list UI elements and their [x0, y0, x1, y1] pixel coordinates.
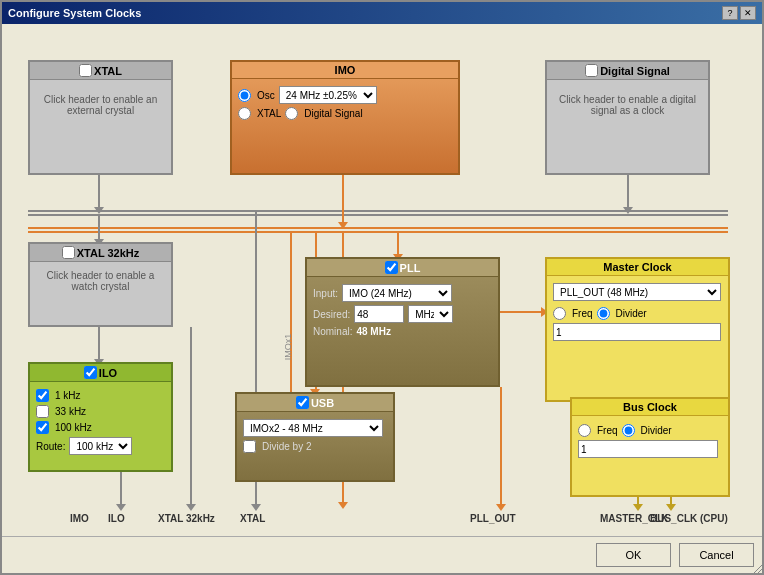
master-clock-header: Master Clock: [547, 259, 728, 276]
master-clock-block: Master Clock PLL_OUT (48 MHz) Freq Divid…: [545, 257, 730, 402]
xtal32-out-arrow: [186, 504, 196, 511]
master-clock-body: PLL_OUT (48 MHz) Freq Divider: [547, 276, 728, 348]
master-divider-row: [553, 323, 722, 341]
xtal32-block: XTAL 32kHz Click header to enable a watc…: [28, 242, 173, 327]
imo-bus-h1: [28, 227, 728, 229]
xtal32-bottom-label: XTAL 32kHz: [158, 513, 215, 524]
master-divider-radio[interactable]: [597, 307, 610, 320]
xtal32-out-vline: [190, 327, 192, 507]
bus-line-h2: [28, 214, 728, 216]
xtal-header-label: XTAL: [94, 65, 122, 77]
pllout-bottom-label: PLL_OUT: [470, 513, 516, 524]
master-source-select[interactable]: PLL_OUT (48 MHz): [553, 283, 721, 301]
xtal-out-arrow: [251, 504, 261, 511]
bus-mode-row: Freq Divider: [578, 424, 722, 437]
title-bar: Configure System Clocks ? ✕: [2, 2, 762, 24]
ds-block-header: Digital Signal: [547, 62, 708, 80]
usb-divide-label: Divide by 2: [262, 441, 311, 452]
imo-arrow: [338, 222, 348, 229]
ilo-header-label: ILO: [99, 367, 117, 379]
master-divider-input[interactable]: [553, 323, 721, 341]
pllout-vline: [500, 387, 502, 507]
ok-button[interactable]: OK: [596, 543, 671, 567]
imo-osc-radio[interactable]: [238, 89, 251, 102]
pll-enable-checkbox[interactable]: [385, 261, 398, 274]
xtal32-enable-checkbox[interactable]: [62, 246, 75, 259]
ds-block-body: Click header to enable a digital signal …: [547, 80, 708, 120]
bus-freq-radio[interactable]: [578, 424, 591, 437]
master-source-row: PLL_OUT (48 MHz): [553, 283, 722, 301]
imo-osc-label: Osc: [257, 90, 275, 101]
bus-clk-out-arrow: [666, 504, 676, 511]
ilo-out-vline: [120, 472, 122, 507]
digital-signal-block: Digital Signal Click header to enable a …: [545, 60, 710, 175]
ds-enable-checkbox[interactable]: [585, 64, 598, 77]
ds-header-label: Digital Signal: [600, 65, 670, 77]
xtal32-block-body: Click header to enable a watch crystal: [30, 262, 171, 296]
imo-out-arrow: [338, 502, 348, 509]
resize-grip[interactable]: [750, 561, 762, 573]
bus-clock-header: Bus Clock: [572, 399, 728, 416]
usb-divide-checkbox[interactable]: [243, 440, 256, 453]
ilo-33k-checkbox[interactable]: [36, 405, 49, 418]
ilo-1k-checkbox[interactable]: [36, 389, 49, 402]
imo-ds-label: Digital Signal: [304, 108, 362, 119]
ilo-out-arrow: [116, 504, 126, 511]
master-freq-label: Freq: [572, 308, 593, 319]
imo-vline: [342, 175, 344, 227]
imo-xtal-radio[interactable]: [238, 107, 251, 120]
xtal-block: XTAL Click header to enable an external …: [28, 60, 173, 175]
imo-block-header: IMO: [232, 62, 458, 79]
pllout-arrow: [496, 504, 506, 511]
master-freq-radio[interactable]: [553, 307, 566, 320]
ilo-enable-checkbox[interactable]: [84, 366, 97, 379]
usb-header-label: USB: [311, 397, 334, 409]
xtal32-block-header: XTAL 32kHz: [30, 244, 171, 262]
svg-line-0: [754, 565, 762, 573]
master-divider-label: Divider: [616, 308, 647, 319]
xtal-block-body: Click header to enable an external cryst…: [30, 80, 171, 120]
ds-arrow: [623, 207, 633, 214]
imo-xtal-label: XTAL: [257, 108, 281, 119]
imo-ds-radio[interactable]: [285, 107, 298, 120]
pll-desired-input[interactable]: [354, 305, 404, 323]
footer: OK Cancel: [2, 536, 762, 573]
imox1-vline: [290, 231, 292, 392]
dialog-title: Configure System Clocks: [8, 7, 141, 19]
usb-divide-row: Divide by 2: [243, 440, 387, 453]
pll-output-hline: [500, 311, 545, 313]
ds-vline: [627, 175, 629, 210]
close-button[interactable]: ✕: [740, 6, 756, 20]
pll-nominal-row: Nominal: 48 MHz: [313, 326, 492, 337]
cancel-button[interactable]: Cancel: [679, 543, 754, 567]
ilo-33k-row: 33 kHz: [36, 405, 165, 418]
pll-nominal-value: 48 MHz: [356, 326, 390, 337]
bus-divider-input[interactable]: [578, 440, 718, 458]
pll-block-body: Input: IMO (24 MHz) Desired: MHz kHz: [307, 277, 498, 344]
xtal-vline: [98, 175, 100, 210]
ilo-100k-checkbox[interactable]: [36, 421, 49, 434]
pll-unit-select[interactable]: MHz kHz: [408, 305, 453, 323]
xtal32-header-label: XTAL 32kHz: [77, 247, 140, 259]
usb-enable-checkbox[interactable]: [296, 396, 309, 409]
usb-source-select[interactable]: IMOx2 - 48 MHz: [243, 419, 383, 437]
bus-freq-label: Freq: [597, 425, 618, 436]
imox1-label: IMOx1: [283, 334, 293, 361]
imo-osc-row: Osc 24 MHz ±0.25% 12 MHz ±0.25% 48 MHz ±…: [238, 86, 452, 104]
pll-desired-label: Desired:: [313, 309, 350, 320]
ilo-block-body: 1 kHz 33 kHz 100 kHz Route: 100 kHz: [30, 382, 171, 462]
help-button[interactable]: ?: [722, 6, 738, 20]
imo-freq-select[interactable]: 24 MHz ±0.25% 12 MHz ±0.25% 48 MHz ±0.25…: [279, 86, 377, 104]
imo-block-body: Osc 24 MHz ±0.25% 12 MHz ±0.25% 48 MHz ±…: [232, 79, 458, 127]
bus-divider-radio[interactable]: [622, 424, 635, 437]
ilo-route-select[interactable]: 100 kHz 1 kHz 33 kHz: [69, 437, 132, 455]
pll-header-label: PLL: [400, 262, 421, 274]
ilo-100k-label: 100 kHz: [55, 422, 92, 433]
pll-input-select[interactable]: IMO (24 MHz): [342, 284, 452, 302]
imo-bus-h2: [28, 231, 728, 233]
configure-system-clocks-dialog: Configure System Clocks ? ✕: [0, 0, 764, 575]
pll-desired-row: Desired: MHz kHz: [313, 305, 492, 323]
xtal-enable-checkbox[interactable]: [79, 64, 92, 77]
ilo-route-label: Route:: [36, 441, 65, 452]
imo-header-label: IMO: [335, 64, 356, 76]
